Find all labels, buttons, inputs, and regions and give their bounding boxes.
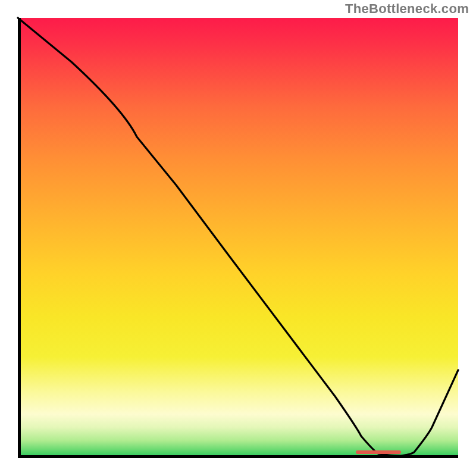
watermark-label: TheBottleneck.com (345, 1, 469, 17)
chart-container: TheBottleneck.com (0, 0, 476, 476)
highlight-marker (356, 450, 401, 454)
bottleneck-curve-path (18, 18, 458, 456)
line-chart-svg (18, 18, 458, 458)
plot-area (18, 18, 458, 458)
